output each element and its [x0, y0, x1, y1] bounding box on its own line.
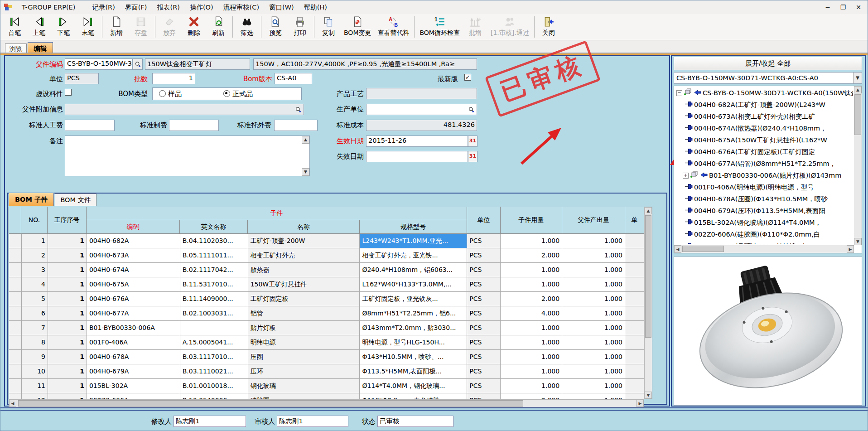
cell-code[interactable]: 004H0-673A	[87, 248, 180, 263]
scroll-up-icon[interactable]: ▲	[302, 136, 309, 144]
cell-unit[interactable]: PCS	[467, 379, 501, 393]
collapse-box-icon[interactable]: −	[676, 90, 682, 96]
cell-pqty[interactable]: 1.000	[562, 234, 625, 248]
cell-pqty[interactable]: 1.000	[562, 248, 625, 263]
effective-calendar-icon[interactable]: 31	[468, 136, 477, 147]
minimize-button[interactable]: ─	[823, 2, 832, 12]
toolbar-button-print[interactable]: 打印	[288, 14, 312, 40]
toolbar-button-prev[interactable]: 上笔	[27, 14, 51, 40]
cell-qty[interactable]: 4.000	[501, 306, 562, 321]
expire-calendar-icon[interactable]: 31	[468, 151, 477, 162]
cell-no[interactable]: 4	[22, 277, 48, 292]
tab-bom-files[interactable]: BOM 文件	[55, 194, 96, 206]
bom-type-sample-radio[interactable]: 样品	[159, 90, 182, 98]
cell-en[interactable]: B.11.5317010...	[180, 277, 248, 292]
prod-unit-input[interactable]	[366, 104, 477, 115]
cell-unit[interactable]: PCS	[467, 248, 501, 263]
cell-qty[interactable]: 1.000	[501, 321, 562, 335]
toolbar-button-delete[interactable]: 删除	[182, 14, 206, 40]
tree-item-4[interactable]: 004H0-676A(工矿灯固定板)(工矿灯固定	[675, 146, 853, 158]
cell-unit[interactable]: PCS	[467, 234, 501, 248]
cell-part[interactable]	[625, 379, 644, 393]
cell-code[interactable]: 015BL-302A	[87, 379, 180, 393]
menu-item-2[interactable]: 报表(R)	[152, 0, 184, 14]
latest-version-checkbox[interactable]: ✓	[464, 74, 471, 81]
parent-extra-field[interactable]	[65, 104, 304, 115]
cell-name[interactable]: 散热器	[248, 263, 360, 277]
cell-code[interactable]: B01-BYB00330-006A	[87, 321, 180, 335]
cell-name[interactable]: 压圈	[248, 350, 360, 364]
cell-pqty[interactable]: 1.000	[562, 350, 625, 364]
tree-item-0[interactable]: 004H0-682A(工矿灯-顶盖-200W)(L243*W	[675, 99, 853, 111]
chevron-down-icon[interactable]: ▼	[853, 73, 862, 83]
cell-no[interactable]: 7	[22, 321, 48, 335]
cell-code[interactable]: 004H0-675A	[87, 277, 180, 292]
cell-pqty[interactable]: 1.000	[562, 292, 625, 306]
scroll-down-icon[interactable]: ▼	[302, 168, 309, 176]
cell-part[interactable]	[625, 263, 644, 277]
toolbar-button-next[interactable]: 下笔	[51, 14, 76, 40]
cell-spec[interactable]: L243*W243*T1.0MM.亚光...	[360, 234, 467, 248]
tab-bom-children[interactable]: BOM 子件	[9, 193, 54, 206]
cell-qty[interactable]: 1.000	[501, 263, 562, 277]
cell-name[interactable]: 硅胶圈	[248, 393, 360, 399]
cell-part[interactable]	[625, 234, 644, 248]
table-vscrollbar[interactable]: ▲ ▼	[644, 207, 652, 399]
cell-part[interactable]	[625, 393, 644, 399]
cell-pqty[interactable]: 1.000	[562, 321, 625, 335]
batch-input[interactable]: 1	[152, 73, 195, 84]
cell-unit[interactable]: PCS	[467, 364, 501, 379]
cell-spec[interactable]: 相变工矿灯外壳，亚光铁...	[360, 248, 467, 263]
toolbar-button-new[interactable]: 新增	[104, 14, 129, 40]
parent-extra-search-button[interactable]	[293, 104, 303, 115]
std-mfg-input[interactable]	[169, 120, 219, 131]
cell-no[interactable]: 5	[22, 292, 48, 306]
cell-no[interactable]: 3	[22, 263, 48, 277]
table-hscrollbar[interactable]: ◀ ▶	[9, 399, 644, 407]
hscroll-thumb[interactable]	[18, 400, 523, 407]
toolbar-button-first[interactable]: 首笔	[2, 14, 27, 40]
cell-seq[interactable]: 1	[48, 379, 87, 393]
scroll-left-icon[interactable]: ◀	[9, 400, 16, 407]
expand-box-icon[interactable]: +	[683, 173, 689, 179]
cell-no[interactable]: 10	[22, 364, 48, 379]
cell-part[interactable]	[625, 248, 644, 263]
cell-pqty[interactable]: 1.000	[562, 364, 625, 379]
std-labor-input[interactable]	[65, 120, 115, 131]
toolbar-button-last[interactable]: 末笔	[76, 14, 100, 40]
cell-qty[interactable]: 1.000	[501, 364, 562, 379]
cell-en[interactable]: A.15.0005041...	[180, 335, 248, 350]
cell-spec[interactable]: Ø8mm*H51*T2.25mm，铝6...	[360, 306, 467, 321]
tree-root[interactable]: −CS-BYB-O-150MW-30D71-WCTKG-A0(150W钛金	[675, 87, 853, 99]
bom-selector-combo[interactable]: CS-BYB-O-150MW-30D71-WCTKG-A0:CS-A0 ▼	[674, 72, 862, 84]
tree-item-8[interactable]: 004H0-678A(压圈)(Φ143*H10.5MM，喷砂	[675, 193, 853, 205]
toolbar-button-copy[interactable]: 复制	[316, 14, 341, 40]
cell-en[interactable]: B.11.1409000...	[180, 292, 248, 306]
cell-code[interactable]: 002Z0-606A	[87, 393, 180, 399]
cell-part[interactable]	[625, 306, 644, 321]
cell-name[interactable]: 工矿灯固定板	[248, 292, 360, 306]
cell-qty[interactable]: 1.000	[501, 350, 562, 364]
toolbar-button-substitute[interactable]: AB查看替代料	[374, 14, 412, 40]
cell-unit[interactable]: PCS	[467, 335, 501, 350]
tree-hscrollbar[interactable]: ◀ ▶	[674, 245, 854, 253]
cell-en[interactable]: B.02.1117042...	[180, 263, 248, 277]
cell-part[interactable]	[625, 364, 644, 379]
cell-part[interactable]	[625, 292, 644, 306]
menu-item-4[interactable]: 流程审核(C)	[218, 0, 264, 14]
cell-part[interactable]	[625, 321, 644, 335]
cell-en[interactable]: B.05.1111011...	[180, 248, 248, 263]
tree-item-1[interactable]: 004H0-673A(相变工矿灯外壳)(相变工矿	[675, 111, 853, 122]
cell-no[interactable]: 8	[22, 335, 48, 350]
tree-item-2[interactable]: 004H0-674A(散热器)(Ø240.4*H108mm，	[675, 122, 853, 134]
cell-part[interactable]	[625, 277, 644, 292]
cell-unit[interactable]: PCS	[467, 292, 501, 306]
cell-pqty[interactable]: 1.000	[562, 379, 625, 393]
cell-en[interactable]: B.10.0540000...	[180, 393, 248, 399]
cell-unit[interactable]: PCS	[467, 306, 501, 321]
cell-qty[interactable]: 1.000	[501, 335, 562, 350]
cell-seq[interactable]: 1	[48, 306, 87, 321]
cell-unit[interactable]: PCS	[467, 263, 501, 277]
scroll-down-icon[interactable]: ▼	[854, 238, 862, 245]
cell-qty[interactable]: 1.000	[501, 234, 562, 248]
